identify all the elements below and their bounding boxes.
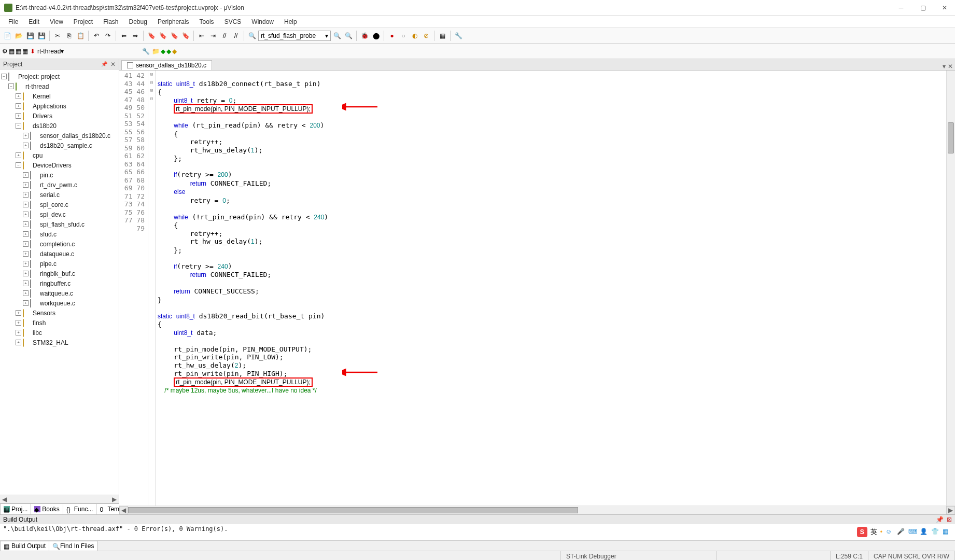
tree-file[interactable]: +ringblk_buf.c [1, 269, 118, 278]
debug-icon[interactable]: 🐞 [359, 31, 370, 41]
editor-hscroll[interactable]: ◀ ▶ [119, 506, 955, 514]
project-tree[interactable]: −Project: project−rt-thread+Kernel+Appli… [0, 69, 119, 495]
ime-lang[interactable]: 英 [870, 527, 877, 537]
manage-rte-icon[interactable]: ◆ [161, 48, 165, 55]
tree-file[interactable]: +spi_core.c [1, 200, 118, 209]
bo-close-icon[interactable]: ⊠ [947, 516, 952, 523]
ime-user-icon[interactable]: 👤 [920, 528, 928, 536]
save-icon[interactable]: 💾 [25, 31, 35, 41]
uncomment-icon[interactable]: // [231, 31, 241, 41]
breakpoint-icon[interactable]: ⬤ [371, 31, 381, 41]
ime-toolbox-icon[interactable]: ▦ [943, 528, 951, 536]
tree-group-kernel[interactable]: +Kernel [1, 91, 118, 101]
menu-peripherals[interactable]: Peripherals [152, 17, 194, 27]
bookmark-prev-icon[interactable]: 🔖 [158, 31, 168, 41]
bp-insert-icon[interactable]: ● [387, 31, 397, 41]
tree-file[interactable]: +workqueue.c [1, 298, 118, 308]
bo-pin-icon[interactable]: 📌 [936, 516, 944, 523]
manage-project-icon[interactable]: 📁 [152, 48, 160, 55]
configure-icon[interactable]: 🔧 [453, 31, 464, 41]
tab-books[interactable]: ◆Books [31, 503, 63, 514]
nav-back-icon[interactable]: ⇐ [119, 31, 129, 41]
select-pack-icon[interactable]: ◆ [166, 48, 171, 55]
indent-right-icon[interactable]: ⇥ [208, 31, 218, 41]
project-hscroll[interactable]: ◀▶ [0, 495, 119, 503]
tree-group-applications[interactable]: +Applications [1, 101, 118, 111]
find-next-icon[interactable]: 🔍 [332, 31, 342, 41]
menu-tools[interactable]: Tools [194, 17, 219, 27]
rebuild-icon[interactable]: ▦ [16, 48, 21, 55]
translate-icon[interactable]: ⚙ [2, 48, 8, 55]
tree-group-finsh[interactable]: +finsh [1, 318, 118, 328]
ime-skin-icon[interactable]: 👕 [931, 528, 939, 536]
tree-root[interactable]: −Project: project [1, 72, 118, 81]
find-combo[interactable]: rt_sfud_flash_probe▾ [258, 31, 331, 41]
tab-dropdown-icon[interactable]: ▾ [943, 63, 946, 70]
download-icon[interactable]: ⬇ [30, 48, 35, 55]
tree-group-devicedrivers[interactable]: −DeviceDrivers [1, 160, 118, 170]
ime-toolbar[interactable]: S 英 • ☺ 🎤 ⌨ 👤 👕 ▦ [856, 526, 952, 538]
open-icon[interactable]: 📂 [13, 31, 24, 41]
bookmark-clear-icon[interactable]: 🔖 [180, 31, 191, 41]
window-layout-icon[interactable]: ▦ [437, 31, 447, 41]
tab-build-output[interactable]: ▦Build Output [0, 541, 49, 551]
tree-file[interactable]: +completion.c [1, 239, 118, 249]
tree-group-libc[interactable]: +libc [1, 328, 118, 338]
tree-group-stm32_hal[interactable]: +STM32_HAL [1, 338, 118, 347]
menu-window[interactable]: Window [246, 17, 279, 27]
redo-icon[interactable]: ↷ [103, 31, 113, 41]
tab-functions[interactable]: {}Func... [63, 503, 97, 514]
bp-enable-icon[interactable]: ○ [398, 31, 409, 41]
target-options-icon[interactable]: 🔧 [142, 48, 150, 55]
paste-icon[interactable]: 📋 [75, 31, 86, 41]
tree-file[interactable]: +pipe.c [1, 259, 118, 269]
menu-edit[interactable]: Edit [23, 17, 45, 27]
tree-group-cpu[interactable]: +cpu [1, 150, 118, 160]
tab-project[interactable]: ▦Proj... [0, 503, 31, 514]
nav-fwd-icon[interactable]: ⇒ [130, 31, 141, 41]
bp-disable-icon[interactable]: ◐ [410, 31, 420, 41]
tab-close-icon[interactable]: ✕ [948, 63, 953, 70]
code-editor[interactable]: static uint8_t ds18b20_connect(rt_base_t… [156, 71, 946, 506]
menu-view[interactable]: View [45, 17, 68, 27]
ime-smiley-icon[interactable]: ☺ [886, 528, 894, 536]
indent-left-icon[interactable]: ⇤ [196, 31, 207, 41]
maximize-button[interactable]: ▢ [917, 2, 929, 14]
save-all-icon[interactable]: 💾 [36, 31, 47, 41]
tree-file[interactable]: +dataqueue.c [1, 249, 118, 259]
ime-keyboard-icon[interactable]: ⌨ [908, 528, 917, 536]
tree-file[interactable]: +ringbuffer.c [1, 278, 118, 288]
pin-icon[interactable]: 📌 [101, 61, 107, 67]
bp-killall-icon[interactable]: ⊘ [421, 31, 431, 41]
comment-icon[interactable]: // [219, 31, 230, 41]
copy-icon[interactable]: ⎘ [64, 31, 74, 41]
undo-icon[interactable]: ↶ [91, 31, 102, 41]
tree-group-ds18b20[interactable]: −ds18b20 [1, 121, 118, 131]
minimize-button[interactable]: ─ [895, 2, 907, 14]
editor-tab-active[interactable]: sensor_dallas_ds18b20.c [121, 60, 212, 70]
batch-build-icon[interactable]: ▦ [22, 48, 28, 55]
menu-debug[interactable]: Debug [124, 17, 152, 27]
editor-vscroll[interactable] [946, 71, 955, 506]
ime-mic-icon[interactable]: 🎤 [897, 528, 905, 536]
panel-close-icon[interactable]: ✕ [110, 61, 116, 68]
tree-file[interactable]: +waitqueue.c [1, 288, 118, 298]
pack-installer-icon[interactable]: ◆ [172, 48, 177, 55]
find-icon[interactable]: 🔍 [247, 31, 257, 41]
target-combo[interactable]: rt-thread▾ [37, 48, 141, 55]
tab-find-in-files[interactable]: 🔍Find In Files [49, 541, 97, 551]
tree-file[interactable]: +spi_dev.c [1, 209, 118, 219]
tree-file[interactable]: +ds18b20_sample.c [1, 141, 118, 150]
find-in-files-icon[interactable]: 🔍 [343, 31, 354, 41]
build-output-text[interactable]: ".\build\keil\Obj\rt-thread.axf" - 0 Err… [0, 524, 955, 540]
sogou-icon[interactable]: S [857, 527, 867, 537]
tree-group-sensors[interactable]: +Sensors [1, 308, 118, 318]
menu-file[interactable]: File [3, 17, 23, 27]
tree-file[interactable]: +rt_drv_pwm.c [1, 180, 118, 190]
tree-group-drivers[interactable]: +Drivers [1, 111, 118, 121]
bookmark-next-icon[interactable]: 🔖 [169, 31, 179, 41]
close-button[interactable]: ✕ [938, 2, 951, 14]
fold-column[interactable]: ⊟ ⊟ ⊟ ⊟ [148, 71, 156, 506]
bookmark-icon[interactable]: 🔖 [146, 31, 157, 41]
cut-icon[interactable]: ✂ [52, 31, 63, 41]
